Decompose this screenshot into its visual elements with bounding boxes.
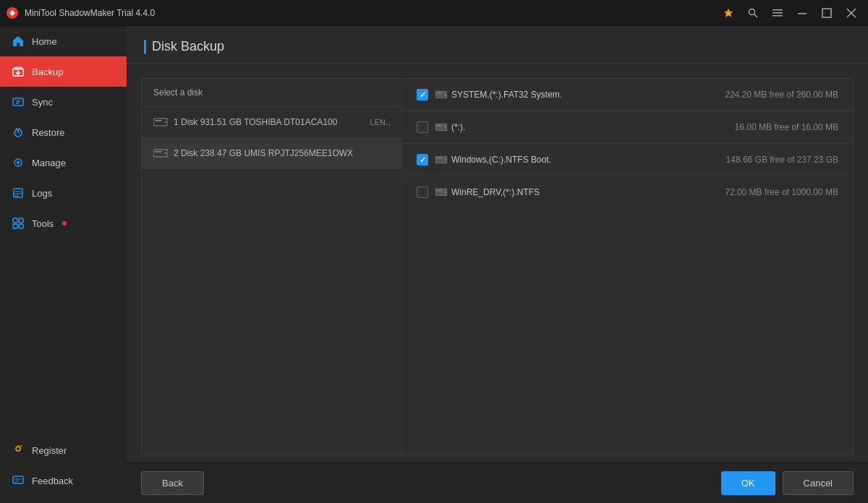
sync-icon: [12, 95, 25, 108]
svg-rect-30: [13, 476, 23, 483]
tools-icon: [12, 217, 25, 230]
menu-button[interactable]: [767, 2, 788, 24]
content-area: Disk Backup Select a disk 1 Disk 931.51 …: [127, 26, 868, 503]
svg-rect-34: [155, 120, 162, 121]
register-label: Register: [32, 445, 67, 456]
sidebar-item-restore[interactable]: Restore: [0, 117, 127, 147]
partition-2-size: 16.00 MB free of 16.00 MB: [735, 122, 838, 132]
svg-rect-13: [13, 98, 23, 106]
partition-item-1[interactable]: SYSTEM,(*:).FAT32 System. 224.20 MB free…: [402, 79, 853, 111]
app-title: MiniTool ShadowMaker Trial 4.4.0: [25, 8, 155, 18]
register-icon: [12, 444, 25, 457]
svg-point-41: [444, 94, 446, 95]
partition-item-4[interactable]: WinRE_DRV,(*:).NTFS 72.00 MB free of 100…: [402, 176, 853, 208]
partition-1-size: 224.20 MB free of 260.00 MB: [725, 90, 838, 100]
disk1-tag: LEN..: [370, 118, 390, 126]
page-title: Disk Backup: [152, 39, 224, 54]
main-layout: Home Backup Sync Restore: [0, 26, 868, 503]
sidebar-item-register[interactable]: Register: [0, 435, 127, 465]
title-accent: [144, 40, 146, 54]
partition-2-name: (*:).: [451, 122, 465, 132]
partition-3-checkbox[interactable]: [417, 154, 428, 165]
svg-point-47: [444, 159, 446, 160]
sidebar-item-home[interactable]: Home: [0, 26, 127, 56]
page-header: Disk Backup: [127, 26, 868, 64]
svg-point-1: [749, 9, 755, 14]
partition-2-drive-icon: [435, 124, 447, 131]
partition-3-info: Windows,(C:).NTFS Boot.: [435, 155, 719, 165]
disk2-label: 2 Disk 238.47 GB UMIS RPJTJ256MEE1OWX: [174, 148, 384, 158]
partition-4-size: 72.00 MB free of 1000.00 MB: [725, 187, 838, 197]
ok-button[interactable]: OK: [721, 471, 775, 495]
partition-item-2[interactable]: (*:). 16.00 MB free of 16.00 MB: [402, 111, 853, 144]
sidebar-item-feedback[interactable]: Feedback: [0, 465, 127, 496]
partition-2-info: (*:).: [435, 122, 728, 132]
partition-4-info: WinRE_DRV,(*:).NTFS: [435, 187, 718, 197]
svg-point-27: [16, 447, 20, 451]
pin-button[interactable]: [718, 2, 739, 24]
search-button[interactable]: [742, 2, 764, 24]
sidebar-item-manage[interactable]: Manage: [0, 147, 127, 178]
partition-4-drive-icon: [435, 189, 447, 196]
sidebar-item-tools[interactable]: Tools: [0, 208, 127, 238]
feedback-icon: [12, 474, 25, 487]
logs-icon: [12, 186, 25, 199]
partition-1-checkbox[interactable]: [417, 89, 428, 100]
maximize-button[interactable]: [816, 2, 838, 24]
partition-2-checkbox[interactable]: [417, 121, 428, 133]
sync-label: Sync: [32, 97, 53, 108]
restore-label: Restore: [32, 127, 65, 138]
app-logo: [6, 7, 19, 20]
action-buttons: OK Cancel: [721, 471, 854, 495]
minimize-button[interactable]: [791, 2, 813, 24]
page-title-bar: Disk Backup: [144, 39, 851, 54]
manage-label: Manage: [32, 158, 66, 168]
svg-rect-25: [13, 224, 17, 228]
partition-1-info: SYSTEM,(*:).FAT32 System.: [435, 90, 718, 100]
svg-rect-3: [773, 9, 783, 11]
svg-line-2: [754, 14, 758, 17]
partition-4-checkbox[interactable]: [417, 186, 428, 198]
svg-rect-6: [798, 13, 807, 14]
cancel-button[interactable]: Cancel: [783, 471, 854, 495]
feedback-label: Feedback: [32, 476, 73, 486]
svg-rect-5: [773, 15, 783, 17]
sidebar: Home Backup Sync Restore: [0, 26, 127, 503]
close-button[interactable]: [841, 2, 862, 24]
svg-rect-23: [13, 218, 17, 223]
tools-dot: [62, 221, 67, 225]
svg-rect-7: [822, 9, 831, 17]
logs-label: Logs: [32, 188, 52, 199]
svg-rect-46: [436, 158, 442, 159]
partition-3-drive-icon: [435, 156, 447, 163]
partition-1-drive-icon: [435, 91, 447, 98]
titlebar: MiniTool ShadowMaker Trial 4.4.0: [0, 0, 868, 26]
disk-item-1[interactable]: 1 Disk 931.51 GB TOSHIBA DT01ACA100 LEN.…: [142, 107, 401, 138]
manage-icon: [12, 156, 25, 169]
disk1-icon: [153, 118, 168, 126]
partition-3-size: 148.66 GB free of 237.23 GB: [726, 155, 838, 165]
svg-point-38: [165, 152, 167, 155]
partition-1-name: SYSTEM,(*:).FAT32 System.: [451, 90, 562, 100]
partition-4-name: WinRE_DRV,(*:).NTFS: [451, 187, 540, 197]
sidebar-item-logs[interactable]: Logs: [0, 178, 127, 208]
backup-icon: [12, 65, 25, 78]
disk2-icon: [153, 149, 168, 158]
back-button[interactable]: Back: [141, 471, 204, 495]
disk-select-panel: Select a disk 1 Disk 931.51 GB TOSHIBA D…: [141, 78, 401, 455]
tools-label: Tools: [32, 218, 54, 229]
svg-rect-26: [19, 224, 23, 228]
disk1-label: 1 Disk 931.51 GB TOSHIBA DT01ACA100: [174, 117, 364, 127]
sidebar-item-backup[interactable]: Backup: [0, 56, 127, 87]
titlebar-controls: [718, 2, 862, 24]
svg-point-18: [17, 161, 20, 164]
svg-rect-24: [19, 218, 23, 223]
svg-point-35: [165, 121, 167, 124]
partition-item-3[interactable]: Windows,(C:).NTFS Boot. 148.66 GB free o…: [402, 144, 853, 176]
svg-point-44: [444, 126, 446, 128]
svg-rect-43: [436, 125, 442, 126]
disk-select-header: Select a disk: [142, 79, 401, 107]
disk-backup-container: Select a disk 1 Disk 931.51 GB TOSHIBA D…: [127, 64, 868, 463]
sidebar-item-sync[interactable]: Sync: [0, 87, 127, 117]
disk-item-2[interactable]: 2 Disk 238.47 GB UMIS RPJTJ256MEE1OWX: [142, 138, 401, 169]
